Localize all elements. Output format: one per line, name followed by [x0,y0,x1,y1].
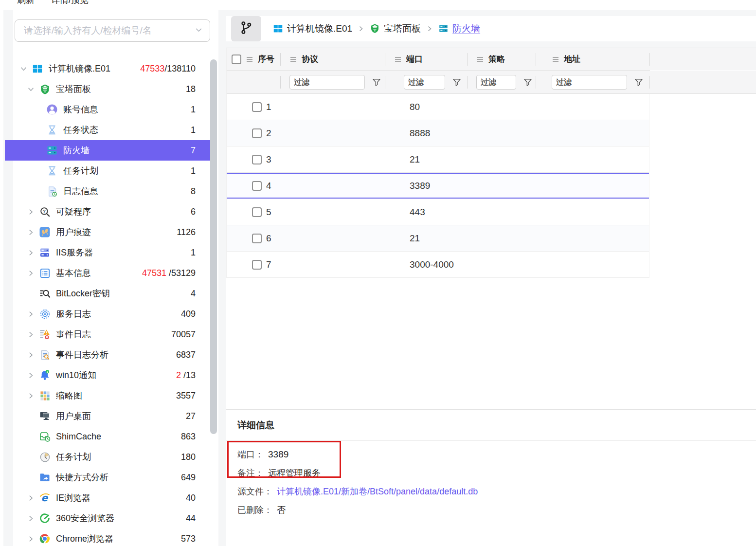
table-row[interactable]: 621 [227,225,649,252]
chevron-right-icon[interactable] [28,229,38,236]
filter-input-address[interactable] [552,75,627,90]
column-header-index[interactable]: 序号 [227,48,281,70]
row-checkbox[interactable] [252,181,262,191]
item-count: 47531 /53129 [142,268,210,278]
sidebar-item-label: 日志信息 [63,185,98,197]
chevron-right-icon[interactable] [28,495,38,501]
column-header-port[interactable]: 端口 [385,48,468,70]
filter-funnel-icon[interactable] [372,77,381,87]
row-checkbox[interactable] [252,207,262,217]
sidebar-item-label: win10通知 [56,369,96,381]
filter-input-policy[interactable] [476,75,516,90]
chevron-right-icon[interactable] [28,372,38,379]
detail-panel: 详细信息 端口：3389备注：远程管理服务源文件：计算机镜像.E01/新加卷/B… [226,409,756,546]
row-checkbox[interactable] [252,155,262,164]
sidebar-item-basic-info[interactable]: 基本信息47531 /53129 [5,263,210,283]
chevron-right-icon[interactable] [28,393,38,399]
item-count: 409 [181,309,210,319]
sidebar-item-pagoda-panel[interactable]: 宝塔面板18 [5,79,210,99]
row-index-cell: 6 [227,225,281,251]
sidebar-item-task-status[interactable]: 任务状态1 [5,120,210,140]
row-checkbox[interactable] [252,260,262,270]
holder-select[interactable]: 请选择/输入持有人/检材编号/名 [15,19,210,42]
chevron-right-icon[interactable] [28,536,38,542]
source-file-link[interactable]: 计算机镜像.E01/新加卷/BtSoft/panel/data/default.… [277,486,478,497]
sidebar-item-label: 缩略图 [56,390,82,401]
chrome-browser-icon [38,533,51,545]
sidebar-item-service-log[interactable]: 服务日志409 [5,304,210,324]
row-policy-cell [468,173,536,199]
row-checkbox[interactable] [252,102,262,112]
chevron-right-icon[interactable] [28,331,38,338]
row-index-cell: 5 [227,199,281,225]
chevron-right-icon[interactable] [28,515,38,522]
sidebar-item-shortcut-analysis[interactable]: 快捷方式分析649 [5,467,210,488]
sidebar-item-task-plan-2[interactable]: 任务计划180 [5,447,210,467]
table-row[interactable]: 180 [227,94,649,120]
filter-funnel-icon[interactable] [634,77,644,87]
pagoda-shield-icon [370,23,380,34]
breadcrumb-item[interactable]: 宝塔面板 [370,22,421,35]
sidebar-item-thumbnail[interactable]: 缩略图3557 [5,385,210,406]
filter-funnel-icon[interactable] [452,77,462,87]
row-checkbox[interactable] [252,128,262,138]
table-row[interactable]: 73000-4000 [227,252,649,278]
sidebar-item-suspicious-program[interactable]: ?可疑程序6 [5,201,210,222]
refresh-menu-item[interactable]: 刷新 [17,0,35,6]
sidebar-item-label: 用户痕迹 [56,226,91,238]
sidebar-item-event-log[interactable]: 事件日志70057 [5,324,210,345]
sidebar-item-user-desktop[interactable]: 用户桌面27 [5,406,210,426]
sidebar-item-shimcache[interactable]: ShimCache863 [5,426,210,447]
filter-input-port[interactable] [404,75,445,90]
chevron-right-icon[interactable] [28,209,38,215]
sidebar-item-user-trace[interactable]: 用户痕迹1126 [5,222,210,242]
header-filter-row [227,71,756,94]
item-count: 27 [186,411,210,421]
row-policy-cell [468,252,536,277]
filter-funnel-icon[interactable] [523,77,533,87]
chevron-down-icon[interactable] [20,66,31,72]
firewall-icon [46,145,58,156]
column-header-address[interactable]: 地址 [536,48,650,70]
filter-input-protocol[interactable] [289,75,365,90]
table-row[interactable]: 5443 [227,199,649,225]
sidebar-item-event-log-analysis[interactable]: 事件日志分析6837 [5,345,210,365]
sidebar-item-account-info[interactable]: 账号信息1 [5,99,210,120]
item-count: 1 [191,105,210,115]
sidebar-item-ie-browser[interactable]: eIE浏览器40 [5,488,210,508]
chevron-down-icon[interactable] [28,86,38,92]
sidebar-item-task-plan[interactable]: 任务计划1 [5,161,210,181]
row-policy-cell [468,120,536,146]
row-checkbox[interactable] [252,234,262,243]
chevron-right-icon[interactable] [28,270,38,276]
detail-field-value: 远程管理服务 [268,467,321,479]
account-icon [46,104,58,115]
top-menubar: 刷新 详情/预览 [17,0,89,6]
column-header-protocol[interactable]: 协议 [281,48,385,70]
sidebar-item-computer-image[interactable]: 计算机镜像.E0147533/138110 [5,58,210,79]
chevron-right-icon[interactable] [28,311,38,317]
sidebar-scrollbar-thumb[interactable] [210,59,217,434]
sidebar-item-chrome-browser[interactable]: Chrome浏览器573 [5,528,210,546]
chevron-right-icon[interactable] [28,250,38,256]
table-row[interactable]: 321 [227,146,649,173]
item-count: 3557 [176,391,210,401]
item-count: 863 [181,432,210,442]
sidebar-item-360-browser[interactable]: 360安全浏览器44 [5,508,210,528]
sidebar-item-win10-notify[interactable]: 1win10通知2 /13 [5,365,210,385]
row-address-cell [536,146,650,172]
chevron-right-icon[interactable] [28,352,38,358]
detail-preview-menu-item[interactable]: 详情/预览 [51,0,89,6]
breadcrumb-item[interactable]: 防火墙 [438,22,480,35]
select-all-checkbox[interactable] [232,55,241,64]
column-header-policy[interactable]: 策略 [468,48,536,70]
sidebar-item-log-info[interactable]: 日志信息8 [5,181,210,201]
table-row[interactable]: 28888 [227,120,649,146]
tree-view-button[interactable] [231,16,261,41]
table-row[interactable]: 43389 [227,173,649,199]
sidebar-item-firewall[interactable]: 防火墙7 [5,140,210,161]
sidebar-item-iis-server[interactable]: IIS服务器1 [5,242,210,263]
sidebar-item-bitlocker-key[interactable]: BitLocker密钥4 [5,283,210,304]
item-count: 6837 [176,350,210,360]
breadcrumb-item[interactable]: 计算机镜像.E01 [273,22,352,35]
